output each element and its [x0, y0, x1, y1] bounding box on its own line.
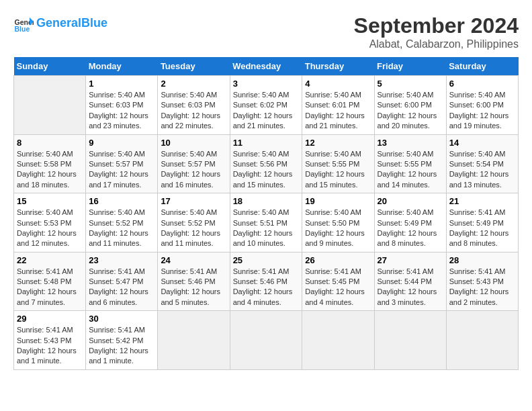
day-number: 15 [17, 196, 83, 206]
col-header-wednesday: Wednesday [230, 57, 302, 76]
calendar-cell: 5Sunrise: 5:40 AM Sunset: 6:00 PM Daylig… [374, 76, 446, 135]
day-info: Sunrise: 5:40 AM Sunset: 5:49 PM Dayligh… [378, 208, 443, 249]
day-info: Sunrise: 5:41 AM Sunset: 5:44 PM Dayligh… [378, 267, 443, 308]
calendar-cell: 22Sunrise: 5:41 AM Sunset: 5:48 PM Dayli… [14, 252, 86, 311]
logo-icon: General Blue [13, 13, 34, 34]
day-number: 27 [378, 255, 443, 265]
calendar-cell: 29Sunrise: 5:41 AM Sunset: 5:43 PM Dayli… [14, 311, 86, 370]
day-number: 4 [305, 79, 371, 89]
day-number: 14 [449, 138, 515, 148]
day-info: Sunrise: 5:41 AM Sunset: 5:42 PM Dayligh… [89, 325, 154, 367]
day-number: 16 [89, 196, 154, 206]
calendar-cell: 17Sunrise: 5:40 AM Sunset: 5:52 PM Dayli… [158, 193, 230, 253]
day-number: 28 [449, 255, 515, 265]
day-number: 18 [233, 196, 300, 206]
day-info: Sunrise: 5:40 AM Sunset: 6:03 PM Dayligh… [161, 90, 226, 132]
calendar-cell: 26Sunrise: 5:41 AM Sunset: 5:45 PM Dayli… [302, 252, 374, 311]
calendar-cell [230, 311, 302, 370]
day-number: 8 [17, 138, 83, 148]
day-number: 5 [378, 79, 443, 89]
day-info: Sunrise: 5:40 AM Sunset: 5:51 PM Dayligh… [233, 208, 300, 249]
col-header-tuesday: Tuesday [158, 57, 230, 76]
calendar-cell: 30Sunrise: 5:41 AM Sunset: 5:42 PM Dayli… [86, 311, 158, 370]
calendar-cell: 4Sunrise: 5:40 AM Sunset: 6:01 PM Daylig… [302, 76, 374, 135]
day-number: 10 [161, 138, 226, 148]
col-header-friday: Friday [374, 57, 446, 76]
day-info: Sunrise: 5:40 AM Sunset: 5:58 PM Dayligh… [17, 149, 83, 191]
week-row-2: 8Sunrise: 5:40 AM Sunset: 5:58 PM Daylig… [14, 134, 519, 193]
calendar-cell: 11Sunrise: 5:40 AM Sunset: 5:56 PM Dayli… [230, 134, 302, 193]
column-headers: SundayMondayTuesdayWednesdayThursdayFrid… [14, 57, 519, 76]
calendar-cell [374, 311, 446, 370]
day-info: Sunrise: 5:41 AM Sunset: 5:47 PM Dayligh… [89, 267, 154, 308]
calendar-cell [446, 311, 518, 370]
day-number: 30 [89, 314, 154, 324]
day-number: 3 [233, 79, 300, 89]
day-number: 1 [89, 79, 154, 89]
day-info: Sunrise: 5:41 AM Sunset: 5:46 PM Dayligh… [161, 267, 226, 308]
day-number: 21 [449, 196, 515, 206]
calendar-cell: 6Sunrise: 5:40 AM Sunset: 6:00 PM Daylig… [446, 76, 518, 135]
day-number: 6 [449, 79, 515, 89]
day-info: Sunrise: 5:40 AM Sunset: 5:56 PM Dayligh… [233, 149, 300, 191]
day-number: 19 [305, 196, 371, 206]
day-number: 12 [305, 138, 371, 148]
calendar-cell: 25Sunrise: 5:41 AM Sunset: 5:46 PM Dayli… [230, 252, 302, 311]
calendar-cell: 20Sunrise: 5:40 AM Sunset: 5:49 PM Dayli… [374, 193, 446, 253]
day-info: Sunrise: 5:40 AM Sunset: 5:55 PM Dayligh… [305, 149, 371, 191]
title-area: September 2024 Alabat, Calabarzon, Phili… [354, 13, 519, 50]
calendar-cell: 19Sunrise: 5:40 AM Sunset: 5:50 PM Dayli… [302, 193, 374, 253]
day-info: Sunrise: 5:40 AM Sunset: 5:50 PM Dayligh… [305, 208, 371, 249]
day-info: Sunrise: 5:41 AM Sunset: 5:49 PM Dayligh… [449, 208, 515, 249]
day-number: 26 [305, 255, 371, 265]
logo: General Blue GeneralBlue [13, 13, 107, 34]
day-number: 13 [378, 138, 443, 148]
day-number: 29 [17, 314, 83, 324]
day-number: 9 [89, 138, 154, 148]
day-info: Sunrise: 5:40 AM Sunset: 5:57 PM Dayligh… [161, 149, 226, 191]
calendar-cell: 1Sunrise: 5:40 AM Sunset: 6:03 PM Daylig… [86, 76, 158, 135]
day-info: Sunrise: 5:40 AM Sunset: 5:52 PM Dayligh… [161, 208, 226, 249]
calendar-cell [302, 311, 374, 370]
col-header-thursday: Thursday [302, 57, 374, 76]
calendar-cell [14, 76, 86, 135]
day-info: Sunrise: 5:40 AM Sunset: 6:01 PM Dayligh… [305, 90, 371, 132]
day-number: 22 [17, 255, 83, 265]
calendar-cell: 27Sunrise: 5:41 AM Sunset: 5:44 PM Dayli… [374, 252, 446, 311]
day-info: Sunrise: 5:40 AM Sunset: 6:00 PM Dayligh… [449, 90, 515, 132]
day-number: 17 [161, 196, 226, 206]
logo-text: GeneralBlue [36, 17, 107, 30]
day-info: Sunrise: 5:40 AM Sunset: 6:00 PM Dayligh… [378, 90, 443, 132]
day-info: Sunrise: 5:40 AM Sunset: 5:55 PM Dayligh… [378, 149, 443, 191]
col-header-sunday: Sunday [14, 57, 86, 76]
col-header-saturday: Saturday [446, 57, 518, 76]
calendar-cell: 21Sunrise: 5:41 AM Sunset: 5:49 PM Dayli… [446, 193, 518, 253]
week-row-4: 22Sunrise: 5:41 AM Sunset: 5:48 PM Dayli… [14, 252, 519, 311]
day-number: 23 [89, 255, 154, 265]
calendar-cell: 16Sunrise: 5:40 AM Sunset: 5:52 PM Dayli… [86, 193, 158, 253]
day-info: Sunrise: 5:41 AM Sunset: 5:45 PM Dayligh… [305, 267, 371, 308]
header: General Blue GeneralBlue September 2024 … [13, 13, 519, 50]
calendar-cell: 23Sunrise: 5:41 AM Sunset: 5:47 PM Dayli… [86, 252, 158, 311]
calendar-cell: 10Sunrise: 5:40 AM Sunset: 5:57 PM Dayli… [158, 134, 230, 193]
calendar-cell: 15Sunrise: 5:40 AM Sunset: 5:53 PM Dayli… [14, 193, 86, 253]
calendar-cell: 13Sunrise: 5:40 AM Sunset: 5:55 PM Dayli… [374, 134, 446, 193]
day-info: Sunrise: 5:40 AM Sunset: 6:02 PM Dayligh… [233, 90, 300, 132]
day-number: 24 [161, 255, 226, 265]
page-subtitle: Alabat, Calabarzon, Philippines [354, 38, 519, 50]
day-info: Sunrise: 5:40 AM Sunset: 5:57 PM Dayligh… [89, 149, 154, 191]
day-number: 25 [233, 255, 300, 265]
calendar-cell: 8Sunrise: 5:40 AM Sunset: 5:58 PM Daylig… [14, 134, 86, 193]
calendar-cell: 14Sunrise: 5:40 AM Sunset: 5:54 PM Dayli… [446, 134, 518, 193]
page-title: September 2024 [354, 13, 519, 38]
day-number: 20 [378, 196, 443, 206]
calendar-cell: 9Sunrise: 5:40 AM Sunset: 5:57 PM Daylig… [86, 134, 158, 193]
svg-text:Blue: Blue [15, 25, 30, 33]
calendar-cell: 2Sunrise: 5:40 AM Sunset: 6:03 PM Daylig… [158, 76, 230, 135]
day-info: Sunrise: 5:40 AM Sunset: 6:03 PM Dayligh… [89, 90, 154, 132]
col-header-monday: Monday [86, 57, 158, 76]
calendar-table: SundayMondayTuesdayWednesdayThursdayFrid… [13, 57, 519, 370]
calendar-cell: 12Sunrise: 5:40 AM Sunset: 5:55 PM Dayli… [302, 134, 374, 193]
day-info: Sunrise: 5:40 AM Sunset: 5:52 PM Dayligh… [89, 208, 154, 249]
day-info: Sunrise: 5:41 AM Sunset: 5:43 PM Dayligh… [17, 325, 83, 367]
